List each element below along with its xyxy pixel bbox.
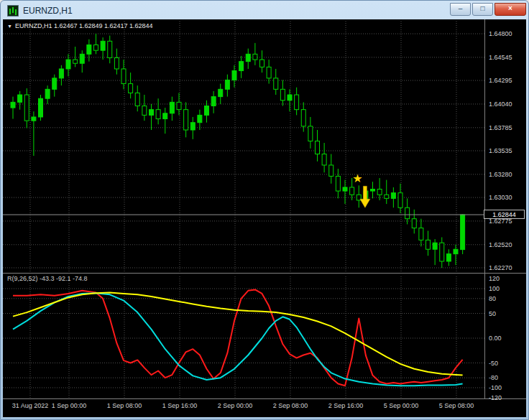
minimize-button[interactable]: – bbox=[450, 3, 471, 16]
chevron-down-icon[interactable]: ▼ bbox=[7, 24, 12, 29]
chart-window-icon bbox=[7, 5, 19, 17]
price-axis-label: 1.64040 bbox=[489, 101, 512, 108]
time-axis[interactable]: 31 Aug 20221 Sep 00:001 Sep 08:001 Sep 1… bbox=[3, 400, 526, 413]
indicator-axis-label: 120 bbox=[489, 275, 500, 282]
grid-lines bbox=[3, 21, 484, 398]
indicator-axis-label: -80 bbox=[489, 374, 498, 381]
price-axis-label: 1.63535 bbox=[489, 147, 512, 154]
app-window: EURNZD,H1 – □ × ★ ▼ EURNZD,H1 1.62467 1.… bbox=[0, 0, 529, 420]
chart-content: ★ ▼ EURNZD,H1 1.62467 1.62849 1.62417 1.… bbox=[3, 19, 526, 417]
ohlc-values: EURNZD,H1 1.62467 1.62849 1.62417 1.6284… bbox=[15, 22, 153, 29]
indicator-axis-label: 80 bbox=[489, 295, 496, 302]
time-axis-label: 5 Sep 00:00 bbox=[376, 402, 426, 409]
window-title: EURNZD,H1 bbox=[23, 6, 73, 16]
indicator-axis-label: -100 bbox=[489, 384, 502, 391]
price-axis[interactable]: 1.648001.645451.642951.640401.637851.635… bbox=[487, 19, 526, 273]
star-marker[interactable]: ★ bbox=[352, 172, 362, 185]
price-axis-label: 1.64800 bbox=[489, 30, 512, 37]
indicator-axis-label: 0.00 bbox=[489, 335, 502, 342]
maximize-button[interactable]: □ bbox=[472, 3, 493, 16]
time-axis-label: 2 Sep 16:00 bbox=[321, 402, 371, 409]
price-axis-label: 1.64295 bbox=[489, 77, 512, 84]
indicator-line-R9 bbox=[13, 289, 463, 386]
price-axis-label: 1.63280 bbox=[489, 171, 512, 178]
price-axis-label: 1.62520 bbox=[489, 241, 512, 248]
price-axis-label: 1.63785 bbox=[489, 124, 512, 131]
price-axis-label: 1.62270 bbox=[489, 264, 512, 271]
indicator-label: R(9,26,52) -43.3 -92.1 -74.8 bbox=[7, 275, 88, 282]
window-controls: – □ × bbox=[450, 3, 526, 16]
time-axis-label: 2 Sep 00:00 bbox=[210, 402, 260, 409]
chart-canvas[interactable]: ★ bbox=[3, 19, 526, 417]
title-bar[interactable]: EURNZD,H1 bbox=[3, 2, 526, 19]
time-axis-label: 1 Sep 16:00 bbox=[155, 402, 205, 409]
time-axis-label: 5 Sep 08:00 bbox=[431, 402, 482, 409]
price-axis-label: 1.63030 bbox=[489, 194, 512, 201]
time-axis-label: 1 Sep 00:00 bbox=[44, 402, 94, 409]
down-arrow-marker[interactable] bbox=[360, 186, 370, 207]
ohlc-overlay-label: ▼ EURNZD,H1 1.62467 1.62849 1.62417 1.62… bbox=[7, 22, 153, 29]
close-button[interactable]: × bbox=[494, 3, 526, 16]
panel-separators bbox=[3, 19, 526, 399]
indicator-axis: 12010080500.00-50-80-100-120 bbox=[487, 273, 526, 399]
price-axis-label: 1.64545 bbox=[489, 54, 512, 61]
time-axis-label: 1 Sep 08:00 bbox=[99, 402, 150, 409]
indicator-line-R26 bbox=[13, 293, 463, 386]
time-axis-label: 2 Sep 08:00 bbox=[265, 402, 316, 409]
indicator-axis-label: 100 bbox=[489, 285, 500, 292]
current-price-tag: 1.62844 bbox=[484, 210, 525, 219]
indicator-axis-label: -50 bbox=[489, 360, 498, 367]
indicator-axis-label: 50 bbox=[489, 310, 496, 317]
indicator-line-R52 bbox=[13, 293, 463, 375]
